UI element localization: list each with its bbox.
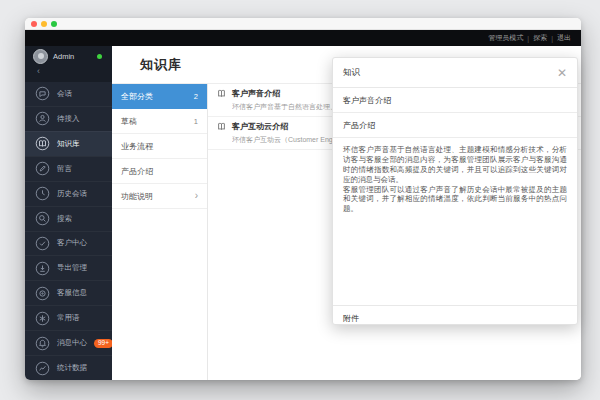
sidebar-item-statistics[interactable]: 统计数据 [25, 355, 112, 380]
category-draft[interactable]: 草稿 1 [112, 109, 207, 134]
sidebar-item-customer-center[interactable]: 客户中心 [25, 231, 112, 256]
list-item-title: 客户互动云介绍 [232, 121, 288, 132]
book-icon [35, 136, 50, 151]
sidebar-item-export[interactable]: 导出管理 [25, 255, 112, 280]
notification-badge: 99+ [94, 339, 113, 348]
zoom-window-icon[interactable] [51, 21, 57, 27]
mac-titlebar [25, 18, 581, 30]
topbar-link-logout[interactable]: 退出 [557, 33, 571, 43]
sidebar: Admin ‹ 会话 待接入 知识 [25, 46, 112, 380]
category-all[interactable]: 全部分类 2 [112, 84, 207, 109]
category-business-process[interactable]: 业务流程 [112, 134, 207, 159]
person-icon [35, 111, 50, 126]
sidebar-item-notification-center[interactable]: 消息中心 99+ [25, 330, 112, 355]
knowledge-content: 环信客户声音基于自然语言处理、主题建模和情感分析技术，分析访客与客服全部的消息内… [333, 138, 577, 306]
search-result-item[interactable]: 客户声音介绍 [333, 88, 577, 113]
sidebar-item-label: 导出管理 [57, 263, 87, 273]
sidebar-item-search[interactable]: 搜索 [25, 206, 112, 231]
download-icon [35, 261, 50, 276]
check-icon [35, 236, 50, 251]
sidebar-item-history[interactable]: 历史会话 [25, 181, 112, 206]
sidebar-item-label: 待接入 [57, 114, 80, 124]
category-list: 全部分类 2 草稿 1 业务流程 产品介绍 [112, 84, 208, 380]
admin-topbar: 管理员模式 | 探索 | 退出 [25, 30, 581, 46]
minimize-window-icon[interactable] [41, 21, 47, 27]
username-label: Admin [53, 52, 74, 61]
list-item-title: 客户声音介绍 [232, 88, 280, 99]
topbar-separator: | [551, 35, 553, 42]
sidebar-item-label: 统计数据 [57, 363, 87, 373]
category-label: 业务流程 [121, 141, 153, 152]
knowledge-paragraph: 客服管理团队可以通过客户声音了解历史会话中最常被提及的主题和关键词，并了解相应的… [343, 185, 567, 215]
category-label: 全部分类 [121, 91, 153, 102]
target-icon [35, 286, 50, 301]
sidebar-item-label: 客户中心 [57, 238, 87, 248]
sidebar-item-sessions[interactable]: 会话 [25, 82, 112, 106]
sidebar-item-label: 会话 [57, 89, 72, 99]
sidebar-item-label: 历史会话 [57, 189, 87, 199]
category-feature-notes[interactable]: 功能说明 › [112, 184, 207, 209]
desktop-background: 管理员模式 | 探索 | 退出 Admin ‹ [0, 0, 600, 400]
knowledge-paragraph: 环信客户声音基于自然语言处理、主题建模和情感分析技术，分析访客与客服全部的消息内… [343, 145, 567, 185]
knowledge-search-input[interactable]: 知识 [343, 67, 557, 79]
chat-icon [35, 86, 50, 101]
close-window-icon[interactable] [31, 21, 37, 27]
bell-icon [35, 336, 50, 351]
category-label: 功能说明 [121, 191, 153, 202]
topbar-link-explore[interactable]: 探索 [533, 33, 547, 43]
sidebar-item-common-phrases[interactable]: 常用语 [25, 305, 112, 330]
sidebar-item-agent-info[interactable]: 客服信息 [25, 280, 112, 305]
sidebar-item-label: 搜索 [57, 214, 72, 224]
search-result-item[interactable]: 产品介绍 [333, 113, 577, 138]
close-icon[interactable]: ✕ [557, 67, 567, 79]
book-icon [216, 121, 227, 132]
topbar-link-admin-mode[interactable]: 管理员模式 [488, 33, 523, 43]
sidebar-collapse-icon[interactable]: ‹ [33, 64, 47, 76]
sidebar-item-label: 客服信息 [57, 288, 87, 298]
category-label: 产品介绍 [121, 166, 153, 177]
online-status-dot [97, 54, 102, 59]
sidebar-item-label: 消息中心 [57, 338, 87, 348]
stats-icon [35, 361, 50, 376]
knowledge-search-panel: 知识 ✕ 客户声音介绍 产品介绍 环信客户声音基于自然语言处理、主题建模和情感分… [332, 57, 578, 325]
chevron-right-icon: › [195, 191, 198, 201]
clock-icon [35, 186, 50, 201]
sidebar-item-messages[interactable]: 留言 [25, 156, 112, 181]
avatar[interactable] [33, 49, 48, 64]
category-product-intro[interactable]: 产品介绍 [112, 159, 207, 184]
sidebar-item-label: 常用语 [57, 313, 80, 323]
asterisk-icon [35, 311, 50, 326]
sidebar-item-label: 留言 [57, 164, 72, 174]
page-title: 知识库 [140, 56, 182, 74]
user-block: Admin ‹ [25, 46, 112, 82]
category-count: 1 [194, 117, 198, 126]
sidebar-item-knowledge-base[interactable]: 知识库 [25, 131, 112, 156]
topbar-separator: | [527, 35, 529, 42]
panel-header: 知识 ✕ [333, 58, 577, 88]
edit-icon [35, 161, 50, 176]
sidebar-item-label: 知识库 [57, 139, 80, 149]
search-icon [35, 211, 50, 226]
category-count: 2 [194, 92, 198, 101]
sidebar-item-queue[interactable]: 待接入 [25, 106, 112, 131]
attachments-label: 附件 [333, 306, 577, 324]
category-label: 草稿 [121, 116, 137, 127]
sidebar-menu: 会话 待接入 知识库 留言 [25, 82, 112, 380]
book-icon [216, 88, 227, 99]
